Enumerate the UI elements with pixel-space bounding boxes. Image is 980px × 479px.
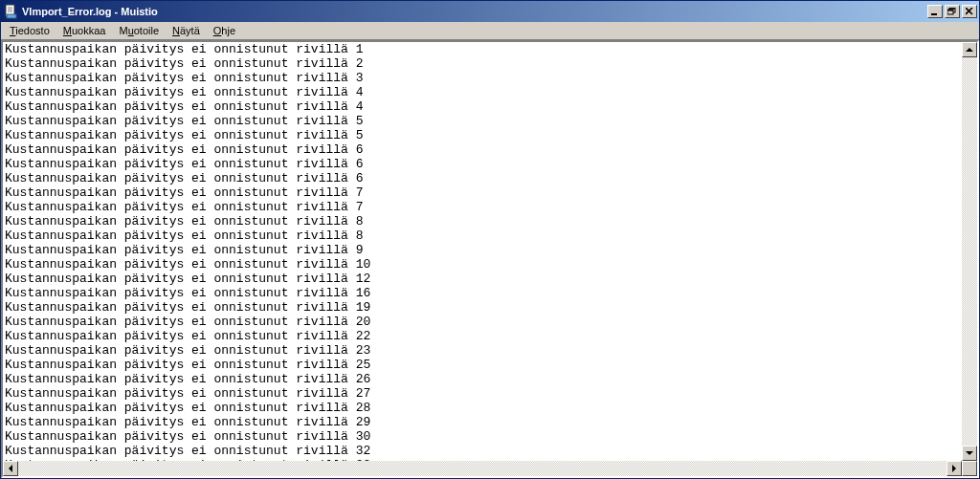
size-grip[interactable] — [962, 461, 977, 476]
svg-rect-5 — [931, 13, 937, 15]
chevron-up-icon — [966, 48, 973, 52]
editor-text[interactable]: Kustannuspaikan päivitys ei onnistunut r… — [3, 42, 962, 461]
chevron-right-icon — [952, 465, 956, 472]
chevron-left-icon — [9, 465, 12, 472]
menu-item-0[interactable]: Tiedosto — [3, 24, 56, 37]
svg-rect-9 — [947, 10, 953, 11]
close-button[interactable] — [962, 5, 977, 18]
window-title: VImport_Error.log - Muistio — [22, 6, 927, 17]
notepad-icon — [3, 4, 18, 19]
horizontal-scroll-track[interactable] — [18, 461, 947, 476]
svg-rect-7 — [949, 8, 955, 10]
vertical-scroll-track[interactable] — [962, 57, 977, 446]
horizontal-scrollbar[interactable] — [3, 461, 962, 476]
minimize-button[interactable] — [927, 5, 943, 18]
horizontal-scrollbar-row — [3, 461, 977, 476]
title-bar[interactable]: VImport_Error.log - Muistio — [1, 1, 979, 22]
text-area[interactable]: Kustannuspaikan päivitys ei onnistunut r… — [3, 42, 977, 461]
menu-item-1[interactable]: Muokkaa — [56, 24, 113, 37]
scroll-right-button[interactable] — [947, 461, 962, 476]
client-area: Kustannuspaikan päivitys ei onnistunut r… — [1, 40, 979, 478]
notepad-window: VImport_Error.log - Muistio — [0, 0, 980, 479]
menu-bar: TiedostoMuokkaaMuotoileNäytäOhje — [1, 22, 979, 40]
menu-item-3[interactable]: Näytä — [166, 24, 207, 37]
scroll-down-button[interactable] — [962, 446, 977, 461]
window-buttons — [927, 5, 977, 18]
scroll-left-button[interactable] — [3, 461, 18, 476]
menu-item-4[interactable]: Ohje — [207, 24, 242, 37]
vertical-scrollbar[interactable] — [962, 42, 977, 461]
menu-item-2[interactable]: Muotoile — [112, 24, 166, 37]
chevron-down-icon — [966, 451, 973, 455]
scroll-up-button[interactable] — [962, 42, 977, 57]
restore-button[interactable] — [945, 5, 960, 18]
svg-rect-1 — [7, 14, 16, 18]
